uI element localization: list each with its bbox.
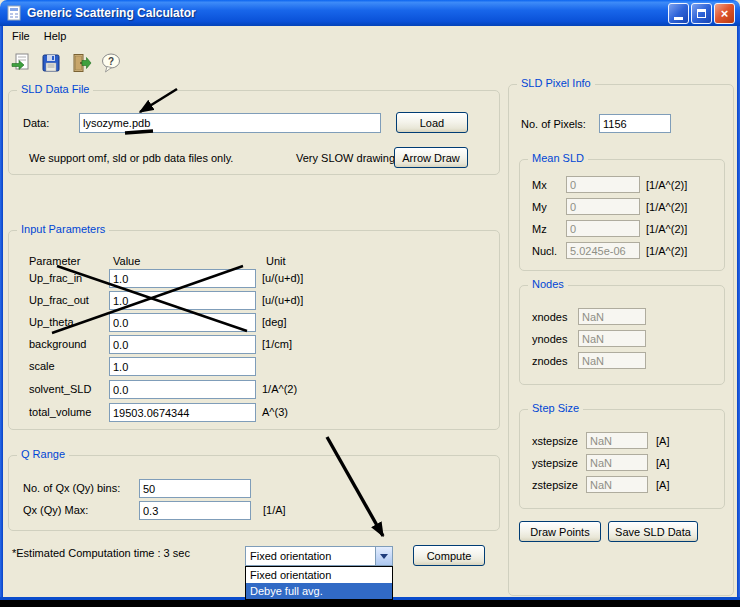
orientation-combobox[interactable]: Fixed orientation: [245, 546, 393, 566]
qx-bins-label: No. of Qx (Qy) bins:: [23, 482, 120, 495]
toolbar: ?: [3, 46, 737, 80]
param-input-total_volume[interactable]: [109, 403, 256, 422]
step-size-group: Step Size xstepsize [A] ystepsize [A] zs…: [519, 409, 725, 509]
param-input-background[interactable]: [109, 335, 256, 354]
pixels-input[interactable]: [599, 114, 671, 133]
param-label-scale: scale: [29, 360, 55, 373]
compute-button[interactable]: Compute: [413, 545, 485, 566]
xstepsize-unit: [A]: [656, 435, 669, 448]
step-size-group-title: Step Size: [528, 402, 583, 414]
param-unit-solvent_sld: 1/A^(2): [262, 383, 297, 396]
title-bar: Generic Scattering Calculator ×: [0, 0, 740, 26]
sld-pixel-info-group-title: SLD Pixel Info: [517, 77, 595, 89]
menu-file[interactable]: File: [5, 28, 37, 44]
data-label: Data:: [23, 117, 49, 130]
param-label-up_theta: Up_theta: [29, 316, 74, 329]
sld-data-file-group: SLD Data File Data: Load We support omf,…: [8, 90, 500, 175]
zstepsize-input: [586, 476, 648, 493]
data-file-input[interactable]: [79, 113, 381, 133]
maximize-button[interactable]: [691, 3, 712, 24]
load-button[interactable]: Load: [396, 112, 468, 133]
input-parameters-group: Input Parameters Parameter Value Unit Up…: [8, 230, 500, 430]
param-label-up_frac_in: Up_frac_in: [29, 272, 82, 285]
minimize-icon: [674, 17, 683, 20]
ystepsize-unit: [A]: [656, 457, 669, 470]
param-label-up_frac_out: Up_frac_out: [29, 294, 89, 307]
sld-data-file-group-title: SLD Data File: [17, 83, 93, 95]
nodes-group-title: Nodes: [528, 278, 568, 290]
help-icon: ?: [100, 52, 122, 74]
sld-pixel-info-group: SLD Pixel Info No. of Pixels: Mean SLD M…: [508, 84, 734, 596]
qx-max-label: Qx (Qy) Max:: [23, 504, 88, 517]
open-file-button[interactable]: [8, 50, 34, 76]
draw-points-button[interactable]: Draw Points: [519, 521, 601, 542]
param-input-up_frac_in[interactable]: [109, 269, 256, 288]
ynodes-input: [578, 330, 646, 347]
chevron-down-icon: [380, 554, 388, 559]
ystepsize-input: [586, 454, 648, 471]
param-label-solvent_sld: solvent_SLD: [29, 383, 91, 396]
nodes-group: Nodes xnodes ynodes znodes: [519, 285, 725, 385]
xnodes-input: [578, 308, 646, 325]
mz-label: Mz: [532, 223, 547, 236]
nucl-unit: [1/A^(2)]: [646, 245, 687, 258]
maximize-icon: [697, 9, 706, 18]
mz-unit: [1/A^(2)]: [646, 223, 687, 236]
qx-bins-input[interactable]: [139, 479, 251, 498]
orientation-dropdown-list: Fixed orientation Debye full avg.: [245, 566, 393, 600]
column-header-value: Value: [113, 255, 140, 268]
app-icon: [6, 5, 22, 21]
param-input-scale[interactable]: [109, 357, 256, 376]
my-input: [566, 198, 640, 215]
zstepsize-label: zstepsize: [532, 479, 578, 492]
mx-input: [566, 176, 640, 193]
q-range-group: Q Range No. of Qx (Qy) bins: Qx (Qy) Max…: [8, 455, 500, 531]
mz-input: [566, 220, 640, 237]
xnodes-label: xnodes: [532, 311, 567, 324]
menu-help[interactable]: Help: [37, 28, 74, 44]
param-input-up_frac_out[interactable]: [109, 291, 256, 310]
qx-max-unit: [1/A]: [263, 504, 286, 517]
param-input-solvent_sld[interactable]: [109, 380, 256, 399]
computation-time-note: *Estimated Computation time : 3 sec: [12, 547, 190, 560]
ystepsize-label: ystepsize: [532, 457, 578, 470]
orientation-selected-value: Fixed orientation: [246, 550, 375, 562]
help-question-glyph: ?: [108, 56, 114, 67]
param-label-background: background: [29, 338, 87, 351]
open-file-icon: [10, 52, 32, 74]
combo-dropdown-button[interactable]: [375, 547, 392, 565]
arrow-draw-button[interactable]: Arrow Draw: [394, 147, 468, 168]
nucl-input: [566, 242, 640, 259]
orientation-option-fixed[interactable]: Fixed orientation: [246, 567, 392, 583]
my-label: My: [532, 201, 547, 214]
exit-icon: [70, 52, 92, 74]
close-button[interactable]: ×: [714, 3, 735, 24]
exit-button[interactable]: [68, 50, 94, 76]
save-button[interactable]: [38, 50, 64, 76]
nucl-label: Nucl.: [532, 245, 557, 258]
mean-sld-group-title: Mean SLD: [528, 152, 588, 164]
param-label-total_volume: total_volume: [29, 406, 91, 419]
orientation-option-debye[interactable]: Debye full avg.: [246, 583, 392, 599]
xstepsize-input: [586, 432, 648, 449]
qx-max-input[interactable]: [139, 501, 251, 520]
pixels-label: No. of Pixels:: [521, 118, 586, 131]
support-note: We support omf, sld or pdb data files on…: [29, 152, 233, 165]
param-unit-up_theta: [deg]: [262, 316, 286, 329]
param-input-up_theta[interactable]: [109, 313, 256, 332]
mean-sld-group: Mean SLD Mx [1/A^(2)] My [1/A^(2)] Mz [1…: [519, 159, 725, 271]
save-icon: [40, 52, 62, 74]
help-button[interactable]: ?: [98, 50, 124, 76]
param-unit-up_frac_in: [u/(u+d)]: [262, 272, 303, 285]
close-icon: ×: [721, 6, 729, 21]
minimize-button[interactable]: [668, 3, 689, 24]
znodes-input: [578, 352, 646, 369]
ynodes-label: ynodes: [532, 333, 567, 346]
znodes-label: znodes: [532, 355, 567, 368]
param-unit-up_frac_out: [u/(u+d)]: [262, 294, 303, 307]
menu-bar: File Help: [3, 26, 737, 46]
save-sld-data-button[interactable]: Save SLD Data: [608, 521, 698, 542]
zstepsize-unit: [A]: [656, 479, 669, 492]
mx-label: Mx: [532, 179, 547, 192]
column-header-unit: Unit: [266, 255, 286, 268]
